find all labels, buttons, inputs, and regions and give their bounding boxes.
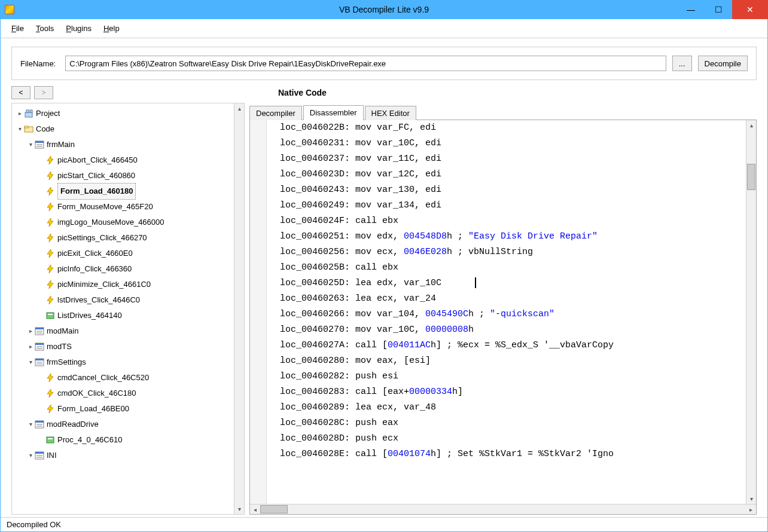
- module-icon: [45, 311, 55, 320]
- tab-disassembler[interactable]: Disassembler: [303, 105, 364, 120]
- code-line: loc_00460282: push esi: [269, 369, 743, 384]
- form-icon: [35, 420, 44, 429]
- svg-marker-16: [47, 265, 53, 273]
- event-icon: [45, 233, 55, 243]
- event-icon: [45, 218, 55, 227]
- scroll-down-icon[interactable]: ▾: [234, 504, 244, 514]
- nav-back-button[interactable]: <: [11, 86, 31, 99]
- tree-modts[interactable]: ▸modTS: [13, 339, 233, 354]
- code-line: loc_00460256: mov ecx, 0046E028h ; vbNul…: [269, 244, 743, 260]
- svg-rect-22: [35, 328, 44, 329]
- folder-icon: [24, 124, 33, 134]
- tree-modmain[interactable]: ▸modMain: [13, 323, 233, 339]
- code-line: loc_0046023D: mov var_12C, edi: [269, 167, 743, 182]
- code-line: loc_0046028E: call [00401074h] ; Set %St…: [269, 447, 743, 462]
- svg-marker-15: [47, 249, 53, 258]
- tree-item-form_load_460180[interactable]: ▸Form_Load_460180: [13, 184, 233, 199]
- tab-decompiler[interactable]: Decompiler: [249, 106, 302, 120]
- minimize-button[interactable]: —: [677, 0, 705, 19]
- tree-item-picabort_click_466450[interactable]: ▸picAbort_Click_466450: [13, 152, 233, 168]
- tree-item-form_mousemove_465f20[interactable]: ▸Form_MouseMove_465F20: [13, 199, 233, 215]
- svg-marker-13: [47, 218, 53, 227]
- tree-item-listdrives_464140[interactable]: ▸ListDrives_464140: [13, 308, 233, 323]
- tree-item-label: modMain: [47, 323, 78, 339]
- code-text[interactable]: loc_0046022B: mov var_FC, edi loc_004602…: [267, 120, 746, 504]
- svg-rect-37: [35, 421, 44, 423]
- code-line: loc_00460243: mov var_130, edi: [269, 182, 743, 198]
- tree-item-picminimize_click_4661c0[interactable]: ▸picMinimize_Click_4661C0: [13, 277, 233, 292]
- close-button[interactable]: ✕: [732, 0, 768, 19]
- menu-tools[interactable]: Tools: [31, 23, 59, 34]
- window-title: VB Decompiler Lite v9.9: [339, 5, 429, 14]
- tree-frmsettings[interactable]: ▾frmSettings: [13, 354, 233, 370]
- tree-item-label: Form_MouseMove_465F20: [57, 199, 153, 215]
- svg-rect-41: [48, 438, 53, 439]
- maximize-button[interactable]: ☐: [705, 0, 732, 19]
- filename-input[interactable]: [65, 56, 666, 71]
- svg-marker-11: [47, 187, 53, 195]
- tree-item-picinfo_click_466360[interactable]: ▸picInfo_Click_466360: [13, 261, 233, 277]
- scroll-up-icon[interactable]: ▴: [746, 120, 756, 130]
- menu-help[interactable]: Help: [99, 23, 124, 34]
- code-line: loc_0046025B: call ebx: [269, 260, 743, 276]
- tree-item-picstart_click_460860[interactable]: ▸picStart_Click_460860: [13, 168, 233, 184]
- tree-item-lstdrives_click_4646c0[interactable]: ▸lstDrives_Click_4646C0: [13, 292, 233, 308]
- tree-item-label: picStart_Click_460860: [57, 168, 135, 184]
- code-hscrollbar[interactable]: ◂ ▸: [250, 504, 756, 514]
- svg-rect-40: [47, 437, 54, 443]
- scroll-right-icon[interactable]: ▸: [746, 505, 756, 514]
- code-line: loc_0046028D: push ecx: [269, 431, 743, 447]
- svg-marker-9: [47, 156, 53, 164]
- code-line: loc_0046025D: lea edx, var_10C: [269, 276, 743, 291]
- tree-view[interactable]: ▸Project▾Code▾frmMain▸picAbort_Click_466…: [11, 103, 245, 515]
- svg-rect-43: [35, 452, 44, 454]
- hscroll-thumb[interactable]: [260, 505, 288, 513]
- code-tabs: Decompiler Disassembler HEX Editor: [249, 103, 757, 120]
- event-icon: [45, 202, 55, 212]
- tree-item-form_load_46be00[interactable]: ▸Form_Load_46BE00: [13, 401, 233, 417]
- tree-item-imglogo_mousemove_466000[interactable]: ▸imgLogo_MouseMove_466000: [13, 215, 233, 230]
- scroll-down-icon[interactable]: ▾: [746, 494, 756, 504]
- scroll-left-icon[interactable]: ◂: [250, 505, 260, 514]
- tree-code[interactable]: ▾Code: [13, 121, 233, 137]
- event-icon: [45, 155, 55, 165]
- tree-item-label: picExit_Click_4660E0: [57, 246, 133, 261]
- tree-modreaddrive[interactable]: ▾modReadDrive: [13, 417, 233, 432]
- browse-button[interactable]: ...: [672, 56, 692, 71]
- svg-marker-12: [47, 203, 53, 211]
- tab-hex-editor[interactable]: HEX Editor: [365, 106, 416, 120]
- tree-item-cmdcancel_click_46c520[interactable]: ▸cmdCancel_Click_46C520: [13, 370, 233, 386]
- code-line: loc_00460231: mov var_10C, edi: [269, 136, 743, 151]
- app-icon: [5, 5, 14, 14]
- vscroll-thumb[interactable]: [747, 164, 755, 190]
- menu-bar: File Tools Plugins Help: [1, 19, 767, 38]
- tree-scrollbar[interactable]: ▴ ▾: [234, 103, 244, 514]
- tree-ini[interactable]: ▾INI: [13, 448, 233, 463]
- file-panel: FileName: ... Decompile: [11, 47, 757, 80]
- decompile-button[interactable]: Decompile: [698, 56, 748, 71]
- tree-frmmain[interactable]: ▾frmMain: [13, 137, 233, 152]
- tree-item-label: INI: [47, 448, 57, 463]
- svg-rect-19: [47, 313, 54, 319]
- scroll-up-icon[interactable]: ▴: [234, 103, 244, 114]
- code-line: loc_00460266: mov var_104, 0045490Ch ; "…: [269, 307, 743, 322]
- tree-item-label: Proc_4_0_46C610: [57, 432, 122, 448]
- menu-plugins[interactable]: Plugins: [61, 23, 96, 34]
- tree-item-label: Project: [36, 106, 60, 121]
- code-line: loc_00460251: mov edx, 004548D8h ; "Easy…: [269, 229, 743, 244]
- menu-file[interactable]: File: [7, 23, 29, 34]
- tree-item-cmdok_click_46c180[interactable]: ▸cmdOK_Click_46C180: [13, 386, 233, 401]
- code-vscrollbar[interactable]: ▴ ▾: [746, 120, 756, 504]
- svg-rect-0: [25, 112, 32, 117]
- nav-forward-button[interactable]: >: [34, 86, 53, 99]
- svg-rect-6: [35, 141, 44, 143]
- tree-item-proc_4_0_46c610[interactable]: ▸Proc_4_0_46C610: [13, 432, 233, 448]
- code-line: loc_0046022B: mov var_FC, edi: [269, 120, 743, 136]
- svg-rect-2: [30, 110, 32, 112]
- svg-rect-1: [26, 110, 29, 112]
- tree-project[interactable]: ▸Project: [13, 106, 233, 121]
- tree-item-picexit_click_4660e0[interactable]: ▸picExit_Click_4660E0: [13, 246, 233, 261]
- code-line: loc_00460283: call [eax+00000334h]: [269, 384, 743, 400]
- event-icon: [45, 186, 55, 196]
- tree-item-picsettings_click_466270[interactable]: ▸picSettings_Click_466270: [13, 230, 233, 246]
